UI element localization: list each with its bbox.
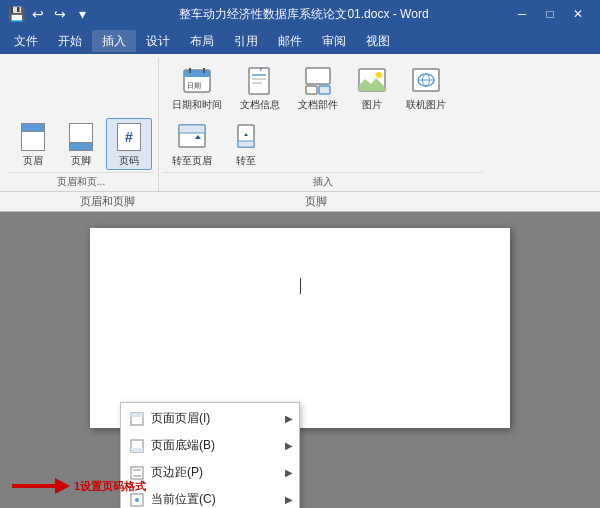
- ribbon: 页眉 页脚 # 页码: [0, 54, 600, 192]
- gotoheader-label: 转至页眉: [172, 155, 212, 167]
- ctx-pageheader-label: 页面页眉(I): [151, 410, 275, 427]
- gotomore-label: 转至: [236, 155, 256, 167]
- docparts-icon: [302, 65, 334, 97]
- ctx-pagemargin[interactable]: 页边距(P) ▶: [121, 459, 299, 486]
- maximize-button[interactable]: □: [536, 0, 564, 28]
- window-controls: ─ □ ✕: [508, 0, 592, 28]
- datetime-button[interactable]: 日期 日期和时间: [165, 62, 229, 114]
- svg-rect-24: [131, 413, 143, 417]
- ctx-pageheader[interactable]: 页面页眉(I) ▶: [121, 405, 299, 432]
- ctx-currentpos-label: 当前位置(C): [151, 491, 275, 508]
- image-button[interactable]: 图片: [349, 62, 395, 114]
- header-button[interactable]: 页眉: [10, 118, 56, 170]
- svg-rect-1: [184, 70, 210, 77]
- docparts-label: 文档部件: [298, 99, 338, 111]
- svg-point-14: [376, 72, 382, 78]
- header-icon: [17, 121, 49, 153]
- ribbon-group-insert: 日期 日期和时间 i: [159, 58, 487, 191]
- datetime-icon: 日期: [181, 65, 213, 97]
- datetime-label: 日期和时间: [172, 99, 222, 111]
- window-title: 整车动力经济性数据库系统论文01.docx - Word: [100, 6, 508, 23]
- onlineimg-label: 联机图片: [406, 99, 446, 111]
- docinfo-button[interactable]: i 文档信息: [233, 62, 287, 114]
- ctx-pagefooter[interactable]: 页面底端(B) ▶: [121, 432, 299, 459]
- pagenum-label: 页码: [119, 155, 139, 167]
- redo-icon[interactable]: ↪: [52, 6, 68, 22]
- group-label-headerfooter: 页眉和页...: [8, 172, 154, 191]
- svg-rect-11: [306, 86, 317, 94]
- red-arrow-icon: [10, 474, 70, 498]
- menu-bar: 文件 开始 插入 设计 布局 引用 邮件 审阅 视图: [0, 28, 600, 54]
- svg-text:日期: 日期: [187, 82, 201, 89]
- docparts-button[interactable]: 文档部件: [291, 62, 345, 114]
- gotomore-button[interactable]: 转至: [223, 118, 269, 170]
- ribbon-footer: 页眉和页脚 页脚: [0, 192, 600, 212]
- ctx-pageheader-icon: [129, 411, 145, 427]
- ctx-currentpos-arrow: ▶: [285, 494, 293, 505]
- pin-icon[interactable]: ▾: [74, 6, 90, 22]
- gotoheader-icon: [176, 121, 208, 153]
- ribbon-group-header-footer: 页眉 页脚 # 页码: [4, 58, 159, 191]
- svg-rect-26: [131, 448, 143, 452]
- footer-label: 页脚: [71, 155, 91, 167]
- docinfo-label: 文档信息: [240, 99, 280, 111]
- ctx-pagefooter-arrow: ▶: [285, 440, 293, 451]
- gotoheader-button[interactable]: 转至页眉: [165, 118, 219, 170]
- ribbon-footer-left: 页眉和页脚: [80, 194, 135, 209]
- undo-icon[interactable]: ↩: [30, 6, 46, 22]
- ctx-pagefooter-icon: [129, 438, 145, 454]
- svg-rect-22: [238, 141, 254, 147]
- menu-insert[interactable]: 插入: [92, 30, 136, 52]
- title-bar: 💾 ↩ ↪ ▾ 整车动力经济性数据库系统论文01.docx - Word ─ □…: [0, 0, 600, 28]
- pagenum-icon: #: [113, 121, 145, 153]
- ctx-pagefooter-label: 页面底端(B): [151, 437, 275, 454]
- text-cursor: [300, 278, 301, 294]
- ctx-currentpos[interactable]: 当前位置(C) ▶: [121, 486, 299, 508]
- menu-review[interactable]: 审阅: [312, 30, 356, 52]
- menu-home[interactable]: 开始: [48, 30, 92, 52]
- group-label-insert: 插入: [163, 172, 483, 191]
- minimize-button[interactable]: ─: [508, 0, 536, 28]
- footer-icon: [65, 121, 97, 153]
- footer-button[interactable]: 页脚: [58, 118, 104, 170]
- menu-references[interactable]: 引用: [224, 30, 268, 52]
- svg-marker-38: [55, 478, 70, 494]
- menu-design[interactable]: 设计: [136, 30, 180, 52]
- context-menu: 页面页眉(I) ▶ 页面底端(B) ▶ 页边距(P) ▶ 当前位置(C) ▶: [120, 402, 300, 508]
- document-area: 页面页眉(I) ▶ 页面底端(B) ▶ 页边距(P) ▶ 当前位置(C) ▶: [0, 212, 600, 508]
- ctx-pagemargin-arrow: ▶: [285, 467, 293, 478]
- ctx-pageheader-arrow: ▶: [285, 413, 293, 424]
- close-button[interactable]: ✕: [564, 0, 592, 28]
- svg-rect-20: [179, 125, 205, 133]
- pagenum-button[interactable]: # 页码: [106, 118, 152, 170]
- svg-rect-5: [249, 68, 269, 94]
- image-label: 图片: [362, 99, 382, 111]
- annotation-text: 1设置页码格式: [74, 479, 146, 494]
- gotomore-icon: [230, 121, 262, 153]
- save-icon[interactable]: 💾: [8, 6, 24, 22]
- menu-view[interactable]: 视图: [356, 30, 400, 52]
- image-icon: [356, 65, 388, 97]
- svg-rect-12: [319, 86, 330, 94]
- quick-access-toolbar: 💾 ↩ ↪ ▾: [8, 6, 90, 22]
- svg-point-31: [135, 498, 139, 502]
- document-page: [90, 228, 510, 428]
- docinfo-icon: i: [244, 65, 276, 97]
- svg-rect-10: [306, 68, 330, 84]
- header-label: 页眉: [23, 155, 43, 167]
- ctx-pagemargin-label: 页边距(P): [151, 464, 275, 481]
- onlineimg-button[interactable]: 联机图片: [399, 62, 453, 114]
- onlineimg-icon: [410, 65, 442, 97]
- menu-layout[interactable]: 布局: [180, 30, 224, 52]
- menu-file[interactable]: 文件: [4, 30, 48, 52]
- ribbon-footer-right: 页脚: [305, 194, 327, 209]
- menu-mailings[interactable]: 邮件: [268, 30, 312, 52]
- arrow-annotation: 1设置页码格式: [10, 474, 146, 498]
